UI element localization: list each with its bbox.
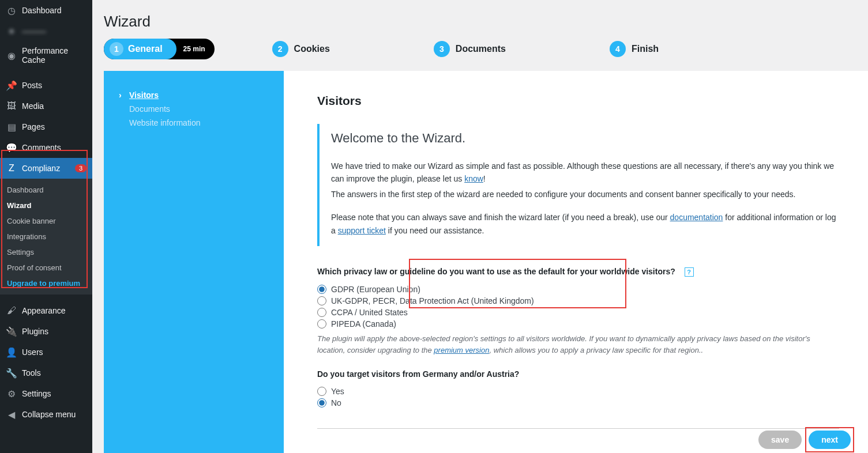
- step-cookies[interactable]: 2 Cookies: [272, 41, 330, 57]
- radio-ccpa[interactable]: CCPA / United States: [317, 307, 839, 318]
- notification-badge: 3: [75, 164, 87, 172]
- support-ticket-link[interactable]: support ticket: [338, 226, 386, 235]
- sidebar-item-performance[interactable]: ◉ Performance Cache: [0, 41, 92, 69]
- brush-icon: 🖌: [6, 305, 17, 316]
- sidebar-item-label: Posts: [22, 81, 87, 90]
- wizard-buttons: save next: [758, 431, 851, 449]
- know-link[interactable]: know: [464, 174, 483, 183]
- nav-website-info[interactable]: Website information: [118, 116, 270, 130]
- premium-link[interactable]: premium version: [434, 346, 489, 354]
- plug-icon: 🔌: [6, 326, 17, 337]
- privacy-law-options: GDPR (European Union) UK-GDPR, PECR, Dat…: [317, 284, 839, 330]
- radio-input[interactable]: [317, 308, 326, 317]
- sidebar-item-label: Appearance: [22, 306, 87, 315]
- sidebar-item-settings[interactable]: ⚙ Settings: [0, 383, 92, 404]
- submenu-integrations[interactable]: Integrations: [0, 229, 92, 244]
- section-title: Visitors: [317, 94, 839, 108]
- radio-pipeda[interactable]: PIPEDA (Canada): [317, 318, 839, 330]
- comment-icon: 💬: [6, 142, 17, 153]
- sidebar-item-label: ———: [22, 27, 87, 36]
- sidebar-item-label: Dashboard: [22, 6, 87, 15]
- radio-input[interactable]: [317, 319, 326, 329]
- sidebar-item-label: Users: [22, 348, 87, 357]
- step-label: Finish: [632, 44, 659, 54]
- radio-no[interactable]: No: [317, 397, 839, 409]
- submenu-wizard[interactable]: Wizard: [0, 198, 92, 213]
- sliders-icon: ⚙: [6, 388, 17, 399]
- sidebar-item-label: Tools: [22, 368, 87, 378]
- sidebar-item-label: Plugins: [22, 327, 87, 336]
- sidebar-item-tools[interactable]: 🔧 Tools: [0, 363, 92, 383]
- main-content: Wizard 1 General 25 min 2 Cookies 3 Docu…: [92, 0, 868, 453]
- gauge-icon: ◉: [6, 50, 17, 61]
- sidebar-item-label: Complianz: [22, 164, 73, 173]
- sidebar-item-appearance[interactable]: 🖌 Appearance: [0, 300, 92, 321]
- step-label: Documents: [456, 44, 506, 54]
- divider: [317, 428, 839, 429]
- nav-visitors[interactable]: Visitors: [118, 88, 270, 102]
- sidebar-item-label: Comments: [22, 143, 87, 152]
- complianz-icon: Z: [6, 163, 17, 174]
- step-number: 3: [434, 41, 450, 57]
- radio-uk-gdpr[interactable]: UK-GDPR, PECR, Data Protection Act (Unit…: [317, 295, 839, 307]
- sidebar-item-complianz[interactable]: Z Complianz 3: [0, 158, 92, 179]
- sidebar-item-label: Collapse menu: [22, 410, 87, 419]
- step-number: 2: [272, 41, 288, 57]
- welcome-heading: Welcome to the Wizard.: [331, 131, 839, 146]
- step-documents[interactable]: 3 Documents: [434, 41, 506, 57]
- radio-input[interactable]: [317, 296, 326, 305]
- sidebar-item-hidden[interactable]: ● ———: [0, 21, 92, 41]
- sidebar-item-plugins[interactable]: 🔌 Plugins: [0, 321, 92, 342]
- sidebar-item-posts[interactable]: 📌 Posts: [0, 75, 92, 96]
- sidebar-item-label: Pages: [22, 122, 87, 131]
- step-label: Cookies: [294, 44, 330, 54]
- submenu-upgrade[interactable]: Upgrade to premium: [0, 275, 92, 291]
- media-icon: 🖽: [6, 100, 17, 112]
- submenu-dashboard[interactable]: Dashboard: [0, 182, 92, 198]
- admin-sidebar: ◷ Dashboard ● ——— ◉ Performance Cache 📌 …: [0, 0, 92, 453]
- radio-gdpr[interactable]: GDPR (European Union): [317, 284, 839, 295]
- intro-text: We have tried to make our Wizard as simp…: [331, 160, 839, 186]
- wizard-nav-panel: Visitors Documents Website information: [104, 71, 284, 453]
- welcome-box: Welcome to the Wizard. We have tried to …: [317, 124, 839, 246]
- wrench-icon: 🔧: [6, 367, 17, 379]
- radio-yes[interactable]: Yes: [317, 386, 839, 397]
- dashboard-icon: ◷: [6, 5, 17, 16]
- generic-icon: ●: [6, 25, 17, 37]
- step-time: 25 min: [183, 45, 205, 53]
- step-finish[interactable]: 4 Finish: [610, 41, 659, 57]
- sidebar-item-dashboard[interactable]: ◷ Dashboard: [0, 0, 92, 21]
- next-button[interactable]: next: [809, 431, 851, 449]
- sidebar-item-pages[interactable]: ▤ Pages: [0, 116, 92, 137]
- help-icon[interactable]: ?: [685, 267, 694, 277]
- step-label: General: [128, 44, 163, 54]
- complianz-submenu: Dashboard Wizard Cookie banner Integrati…: [0, 179, 92, 295]
- submenu-proof[interactable]: Proof of consent: [0, 260, 92, 275]
- documentation-link[interactable]: documentation: [670, 213, 723, 222]
- radio-input[interactable]: [317, 398, 326, 407]
- submenu-settings[interactable]: Settings: [0, 244, 92, 260]
- sidebar-item-media[interactable]: 🖽 Media: [0, 96, 92, 116]
- radio-input[interactable]: [317, 387, 326, 396]
- sidebar-item-comments[interactable]: 💬 Comments: [0, 137, 92, 158]
- pin-icon: 📌: [6, 80, 17, 91]
- collapse-icon: ◀: [6, 409, 17, 420]
- step-number: 4: [610, 41, 626, 57]
- intro-text-3: Please note that you can always save and…: [331, 211, 839, 237]
- user-icon: 👤: [6, 346, 17, 358]
- sidebar-item-collapse[interactable]: ◀ Collapse menu: [0, 404, 92, 425]
- submenu-cookie-banner[interactable]: Cookie banner: [0, 213, 92, 229]
- wizard-header: Wizard 1 General 25 min 2 Cookies 3 Docu…: [92, 0, 868, 69]
- privacy-note: The plugin will apply the above-selected…: [317, 333, 839, 356]
- nav-documents[interactable]: Documents: [118, 102, 270, 116]
- pages-icon: ▤: [6, 121, 17, 133]
- sidebar-item-label: Settings: [22, 389, 87, 398]
- question-privacy-law: Which privacy law or guideline do you wa…: [317, 267, 839, 277]
- sidebar-item-label: Performance Cache: [22, 46, 87, 65]
- question-germany-austria: Do you target visitors from Germany and/…: [317, 369, 839, 379]
- step-general[interactable]: 1 General 25 min: [104, 39, 215, 59]
- radio-input[interactable]: [317, 285, 326, 294]
- page-title: Wizard: [104, 13, 856, 31]
- sidebar-item-users[interactable]: 👤 Users: [0, 342, 92, 363]
- save-button[interactable]: save: [758, 431, 802, 449]
